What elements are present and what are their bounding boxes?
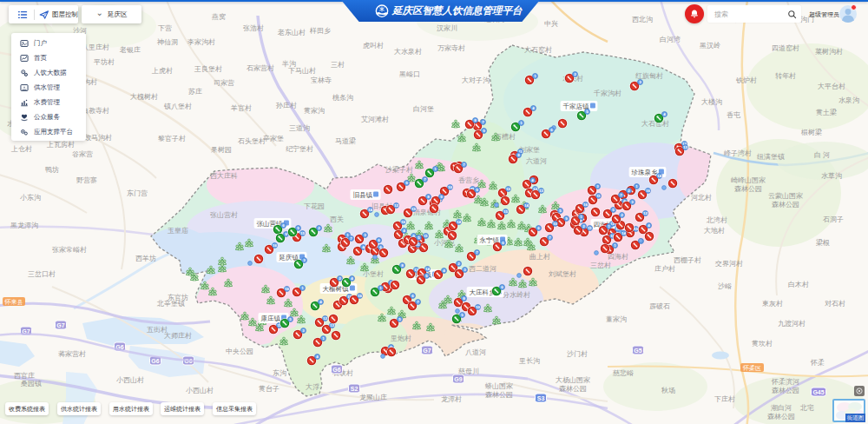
- svg-text:中兴: 中兴: [544, 20, 558, 28]
- svg-text:11: 11: [596, 194, 601, 198]
- svg-text:神仙洞: 神仙洞: [156, 38, 178, 46]
- svg-text:谷家营: 谷家营: [72, 150, 93, 158]
- svg-text:S3: S3: [537, 395, 545, 401]
- svg-text:宝林寺: 宝林寺: [311, 76, 332, 84]
- svg-text:12: 12: [394, 203, 398, 208]
- svg-text:黑汉岭: 黑汉岭: [700, 42, 720, 50]
- svg-text:云蒙山国家: 云蒙山国家: [768, 192, 803, 200]
- svg-text:老东山村: 老东山村: [277, 29, 306, 36]
- svg-text:怀柔滨河: 怀柔滨河: [771, 377, 799, 386]
- svg-text:黄土梁: 黄土梁: [816, 108, 837, 116]
- svg-text:北宅: 北宅: [799, 404, 814, 412]
- svg-text:G45: G45: [812, 389, 824, 395]
- svg-text:三村: 三村: [331, 61, 345, 69]
- svg-text:辛家堡: 辛家堡: [263, 135, 284, 142]
- svg-text:G7: G7: [423, 348, 431, 354]
- svg-text:平坊村: 平坊村: [94, 58, 115, 66]
- svg-text:15: 15: [300, 231, 305, 235]
- svg-text:里炮村: 里炮村: [391, 335, 411, 342]
- svg-text:東灰村: 東灰村: [762, 300, 783, 308]
- svg-text:14: 14: [657, 174, 661, 178]
- svg-text:怀柔区: 怀柔区: [742, 364, 761, 371]
- svg-text:艾河滩村: 艾河滩村: [361, 116, 389, 123]
- svg-text:董家沟: 董家沟: [606, 315, 627, 323]
- svg-text:森林公园: 森林公园: [772, 387, 799, 394]
- svg-text:康庄镇: 康庄镇: [260, 315, 280, 322]
- svg-text:六道河: 六道河: [526, 157, 547, 165]
- svg-text:张浩村: 张浩村: [243, 24, 264, 32]
- svg-text:李家沟村: 李家沟村: [187, 38, 215, 46]
- svg-text:曲上村: 曲上村: [529, 253, 550, 261]
- svg-text:司家营: 司家营: [214, 79, 234, 87]
- svg-text:大石窑村: 大石窑村: [524, 46, 552, 54]
- svg-text:黄台子: 黄台子: [259, 385, 279, 393]
- svg-text:大地村: 大地村: [704, 227, 725, 235]
- svg-text:森林公园: 森林公园: [734, 185, 762, 193]
- svg-text:下马山村: 下马山村: [288, 67, 316, 75]
- svg-text:14: 14: [457, 220, 461, 224]
- svg-text:大浮: 大浮: [306, 383, 319, 391]
- svg-text:西羊坊: 西羊坊: [135, 255, 156, 262]
- svg-text:大师庄村: 大师庄村: [164, 332, 192, 340]
- svg-text:梁根: 梁根: [816, 238, 830, 247]
- svg-text:东沟: 东沟: [273, 369, 286, 377]
- svg-text:千家沟村: 千家沟村: [593, 89, 621, 97]
- svg-text:13: 13: [330, 323, 334, 328]
- svg-text:S2: S2: [351, 386, 358, 392]
- svg-text:东门营: 东门营: [127, 189, 148, 197]
- svg-text:15: 15: [503, 209, 508, 214]
- svg-text:14: 14: [621, 231, 626, 235]
- svg-text:羊官村: 羊官村: [230, 104, 252, 112]
- svg-text:燕窝: 燕窝: [211, 13, 226, 21]
- svg-text:怀柔: 怀柔: [810, 358, 825, 367]
- svg-text:小西山村: 小西山村: [116, 376, 144, 384]
- svg-text:大水泉村: 大水泉村: [394, 48, 422, 56]
- svg-text:16: 16: [358, 294, 362, 298]
- svg-text:蟒山国家: 蟒山国家: [485, 382, 513, 390]
- svg-text:小东沟: 小东沟: [20, 194, 41, 202]
- svg-text:八道河: 八道河: [465, 348, 486, 356]
- svg-text:16: 16: [646, 189, 650, 193]
- svg-text:12: 12: [643, 211, 648, 215]
- svg-text:上虎村: 上虎村: [151, 67, 173, 75]
- svg-text:西官庄: 西官庄: [14, 372, 35, 380]
- svg-text:G9: G9: [454, 376, 462, 382]
- svg-text:11: 11: [424, 234, 428, 238]
- svg-text:旧县镇: 旧县镇: [352, 191, 372, 199]
- svg-text:万家寺村: 万家寺村: [437, 44, 465, 52]
- svg-text:老银庄: 老银庄: [119, 46, 141, 54]
- svg-text:怀来县: 怀来县: [4, 299, 23, 305]
- svg-text:峰子湾村: 峰子湾村: [724, 149, 752, 157]
- svg-text:桑园镇: 桑园镇: [21, 380, 42, 388]
- svg-text:14: 14: [425, 267, 430, 271]
- svg-text:虎叫村: 虎叫村: [363, 42, 384, 50]
- svg-text:黄家沟: 黄家沟: [304, 107, 325, 115]
- svg-text:香营乡: 香营乡: [458, 176, 479, 184]
- svg-text:沙梁子村: 沙梁子村: [385, 165, 413, 174]
- svg-text:沙峪: 沙峪: [718, 282, 732, 290]
- svg-text:镇八堡村: 镇八堡村: [163, 103, 192, 110]
- svg-text:西关: 西关: [330, 215, 344, 223]
- svg-text:白河堡: 白河堡: [413, 105, 434, 113]
- svg-text:孙庄村: 孙庄村: [275, 102, 297, 109]
- svg-text:庄户村: 庄户村: [654, 265, 675, 273]
- svg-text:龙聚山庄: 龙聚山庄: [359, 394, 387, 401]
- svg-text:G7: G7: [56, 322, 64, 328]
- svg-text:16: 16: [285, 287, 289, 291]
- svg-text:分水岭村: 分水岭村: [503, 291, 530, 299]
- svg-text:改马沟村: 改马沟村: [84, 134, 112, 142]
- svg-text:中央公园: 中央公园: [226, 348, 253, 355]
- svg-text:下庄村: 下庄村: [714, 395, 735, 403]
- svg-text:大楼沟: 大楼沟: [701, 98, 722, 106]
- svg-text:石家营村: 石家营村: [247, 64, 274, 72]
- svg-text:鸭坊: 鸭坊: [45, 166, 59, 174]
- svg-text:大平台村: 大平台村: [818, 83, 845, 90]
- svg-text:G5: G5: [634, 348, 641, 354]
- svg-text:黎官子村: 黎官子村: [158, 135, 186, 142]
- svg-text:10: 10: [476, 305, 480, 309]
- svg-text:交界河村: 交界河村: [715, 260, 743, 268]
- svg-text:13: 13: [683, 145, 687, 149]
- svg-text:慈悲峪: 慈悲峪: [612, 369, 634, 377]
- svg-text:16: 16: [401, 220, 405, 224]
- svg-text:张家常峪村: 张家常峪村: [52, 246, 87, 254]
